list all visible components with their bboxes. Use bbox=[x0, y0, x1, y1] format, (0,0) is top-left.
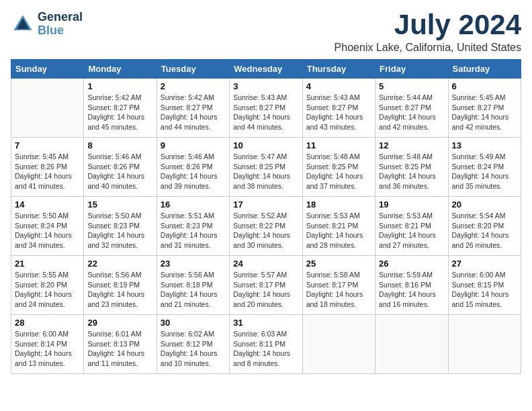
calendar-cell: 1Sunrise: 5:42 AM Sunset: 8:27 PM Daylig… bbox=[84, 79, 157, 138]
day-number: 7 bbox=[15, 140, 80, 150]
calendar-cell bbox=[448, 315, 521, 374]
day-number: 21 bbox=[15, 259, 80, 269]
calendar-cell: 9Sunrise: 5:46 AM Sunset: 8:26 PM Daylig… bbox=[157, 138, 229, 197]
calendar-cell: 13Sunrise: 5:49 AM Sunset: 8:24 PM Dayli… bbox=[448, 138, 521, 197]
calendar-header-monday: Monday bbox=[84, 60, 157, 79]
day-info: Sunrise: 5:48 AM Sunset: 8:25 PM Dayligh… bbox=[379, 152, 444, 191]
calendar-cell: 5Sunrise: 5:44 AM Sunset: 8:27 PM Daylig… bbox=[375, 79, 448, 138]
calendar-cell: 12Sunrise: 5:48 AM Sunset: 8:25 PM Dayli… bbox=[375, 138, 448, 197]
calendar-cell: 27Sunrise: 6:00 AM Sunset: 8:15 PM Dayli… bbox=[448, 256, 521, 315]
day-info: Sunrise: 5:43 AM Sunset: 8:27 PM Dayligh… bbox=[233, 93, 298, 132]
day-number: 29 bbox=[87, 318, 152, 328]
day-info: Sunrise: 5:49 AM Sunset: 8:24 PM Dayligh… bbox=[452, 152, 517, 191]
day-info: Sunrise: 5:44 AM Sunset: 8:27 PM Dayligh… bbox=[379, 93, 444, 132]
calendar-week-2: 7Sunrise: 5:45 AM Sunset: 8:26 PM Daylig… bbox=[11, 138, 521, 197]
day-info: Sunrise: 5:56 AM Sunset: 8:18 PM Dayligh… bbox=[161, 270, 226, 310]
day-info: Sunrise: 6:01 AM Sunset: 8:13 PM Dayligh… bbox=[87, 329, 152, 369]
main-title: July 2024 bbox=[335, 11, 521, 39]
calendar-cell bbox=[11, 79, 84, 138]
calendar-cell: 23Sunrise: 5:56 AM Sunset: 8:18 PM Dayli… bbox=[157, 256, 229, 315]
calendar-cell bbox=[375, 315, 448, 374]
calendar-header-sunday: Sunday bbox=[11, 60, 84, 79]
day-number: 31 bbox=[233, 318, 298, 328]
calendar-header-thursday: Thursday bbox=[302, 60, 375, 79]
calendar-cell: 11Sunrise: 5:48 AM Sunset: 8:25 PM Dayli… bbox=[302, 138, 375, 197]
calendar-cell: 28Sunrise: 6:00 AM Sunset: 8:14 PM Dayli… bbox=[11, 315, 84, 374]
day-info: Sunrise: 5:53 AM Sunset: 8:21 PM Dayligh… bbox=[306, 211, 371, 250]
day-info: Sunrise: 5:42 AM Sunset: 8:27 PM Dayligh… bbox=[161, 93, 226, 132]
calendar-cell: 10Sunrise: 5:47 AM Sunset: 8:25 PM Dayli… bbox=[230, 138, 302, 197]
day-number: 6 bbox=[452, 81, 517, 91]
day-info: Sunrise: 5:54 AM Sunset: 8:20 PM Dayligh… bbox=[452, 211, 517, 250]
day-number: 17 bbox=[233, 199, 298, 210]
logo: General Blue bbox=[11, 11, 83, 38]
day-info: Sunrise: 5:58 AM Sunset: 8:17 PM Dayligh… bbox=[306, 270, 371, 310]
day-number: 2 bbox=[161, 81, 226, 91]
calendar-cell: 16Sunrise: 5:51 AM Sunset: 8:23 PM Dayli… bbox=[157, 197, 229, 256]
day-number: 26 bbox=[379, 259, 444, 269]
day-info: Sunrise: 5:57 AM Sunset: 8:17 PM Dayligh… bbox=[233, 270, 298, 310]
calendar-header-row: SundayMondayTuesdayWednesdayThursdayFrid… bbox=[11, 60, 521, 79]
day-number: 23 bbox=[161, 259, 226, 269]
day-info: Sunrise: 5:56 AM Sunset: 8:19 PM Dayligh… bbox=[87, 270, 152, 310]
day-number: 3 bbox=[233, 81, 298, 91]
day-number: 28 bbox=[15, 318, 80, 328]
day-number: 24 bbox=[233, 259, 298, 269]
day-number: 27 bbox=[452, 259, 517, 269]
day-info: Sunrise: 5:59 AM Sunset: 8:16 PM Dayligh… bbox=[379, 270, 444, 310]
calendar-cell: 3Sunrise: 5:43 AM Sunset: 8:27 PM Daylig… bbox=[230, 79, 302, 138]
title-area: July 2024 Phoenix Lake, California, Unit… bbox=[335, 11, 521, 54]
calendar-cell bbox=[302, 315, 375, 374]
calendar-cell: 17Sunrise: 5:52 AM Sunset: 8:22 PM Dayli… bbox=[230, 197, 302, 256]
calendar-cell: 31Sunrise: 6:03 AM Sunset: 8:11 PM Dayli… bbox=[230, 315, 302, 374]
day-info: Sunrise: 5:43 AM Sunset: 8:27 PM Dayligh… bbox=[306, 93, 371, 132]
day-info: Sunrise: 6:00 AM Sunset: 8:14 PM Dayligh… bbox=[15, 329, 80, 369]
day-info: Sunrise: 5:45 AM Sunset: 8:26 PM Dayligh… bbox=[15, 152, 80, 191]
calendar-cell: 7Sunrise: 5:45 AM Sunset: 8:26 PM Daylig… bbox=[11, 138, 84, 197]
day-number: 12 bbox=[379, 140, 444, 150]
day-info: Sunrise: 5:42 AM Sunset: 8:27 PM Dayligh… bbox=[87, 93, 152, 132]
calendar-week-4: 21Sunrise: 5:55 AM Sunset: 8:20 PM Dayli… bbox=[11, 256, 521, 315]
calendar-week-3: 14Sunrise: 5:50 AM Sunset: 8:24 PM Dayli… bbox=[11, 197, 521, 256]
day-number: 1 bbox=[87, 81, 152, 91]
calendar-cell: 21Sunrise: 5:55 AM Sunset: 8:20 PM Dayli… bbox=[11, 256, 84, 315]
calendar-cell: 2Sunrise: 5:42 AM Sunset: 8:27 PM Daylig… bbox=[157, 79, 229, 138]
logo-text: General Blue bbox=[38, 11, 83, 38]
calendar-header-friday: Friday bbox=[375, 60, 448, 79]
calendar-header-wednesday: Wednesday bbox=[230, 60, 302, 79]
calendar-cell: 26Sunrise: 5:59 AM Sunset: 8:16 PM Dayli… bbox=[375, 256, 448, 315]
day-info: Sunrise: 5:47 AM Sunset: 8:25 PM Dayligh… bbox=[233, 152, 298, 191]
day-info: Sunrise: 5:52 AM Sunset: 8:22 PM Dayligh… bbox=[233, 211, 298, 250]
day-number: 18 bbox=[306, 199, 371, 210]
calendar-cell: 24Sunrise: 5:57 AM Sunset: 8:17 PM Dayli… bbox=[230, 256, 302, 315]
calendar-cell: 22Sunrise: 5:56 AM Sunset: 8:19 PM Dayli… bbox=[84, 256, 157, 315]
day-info: Sunrise: 5:46 AM Sunset: 8:26 PM Dayligh… bbox=[161, 152, 226, 191]
day-number: 5 bbox=[379, 81, 444, 91]
day-info: Sunrise: 5:51 AM Sunset: 8:23 PM Dayligh… bbox=[161, 211, 226, 250]
calendar-cell: 30Sunrise: 6:02 AM Sunset: 8:12 PM Dayli… bbox=[157, 315, 229, 374]
calendar-table: SundayMondayTuesdayWednesdayThursdayFrid… bbox=[11, 59, 521, 374]
day-number: 22 bbox=[87, 259, 152, 269]
day-number: 4 bbox=[306, 81, 371, 91]
calendar-cell: 15Sunrise: 5:50 AM Sunset: 8:23 PM Dayli… bbox=[84, 197, 157, 256]
day-info: Sunrise: 5:46 AM Sunset: 8:26 PM Dayligh… bbox=[87, 152, 152, 191]
day-number: 16 bbox=[161, 199, 226, 210]
day-number: 14 bbox=[15, 199, 80, 210]
calendar-header-saturday: Saturday bbox=[448, 60, 521, 79]
calendar-cell: 25Sunrise: 5:58 AM Sunset: 8:17 PM Dayli… bbox=[302, 256, 375, 315]
calendar-cell: 20Sunrise: 5:54 AM Sunset: 8:20 PM Dayli… bbox=[448, 197, 521, 256]
calendar-cell: 6Sunrise: 5:45 AM Sunset: 8:27 PM Daylig… bbox=[448, 79, 521, 138]
day-info: Sunrise: 5:50 AM Sunset: 8:23 PM Dayligh… bbox=[87, 211, 152, 250]
day-info: Sunrise: 6:02 AM Sunset: 8:12 PM Dayligh… bbox=[161, 329, 226, 369]
day-number: 9 bbox=[161, 140, 226, 150]
day-info: Sunrise: 5:55 AM Sunset: 8:20 PM Dayligh… bbox=[15, 270, 80, 310]
day-number: 13 bbox=[452, 140, 517, 150]
calendar-cell: 18Sunrise: 5:53 AM Sunset: 8:21 PM Dayli… bbox=[302, 197, 375, 256]
day-number: 8 bbox=[87, 140, 152, 150]
day-info: Sunrise: 6:00 AM Sunset: 8:15 PM Dayligh… bbox=[452, 270, 517, 310]
day-number: 19 bbox=[379, 199, 444, 210]
logo-icon bbox=[11, 12, 35, 36]
day-number: 25 bbox=[306, 259, 371, 269]
day-number: 20 bbox=[452, 199, 517, 210]
day-info: Sunrise: 6:03 AM Sunset: 8:11 PM Dayligh… bbox=[233, 329, 298, 369]
